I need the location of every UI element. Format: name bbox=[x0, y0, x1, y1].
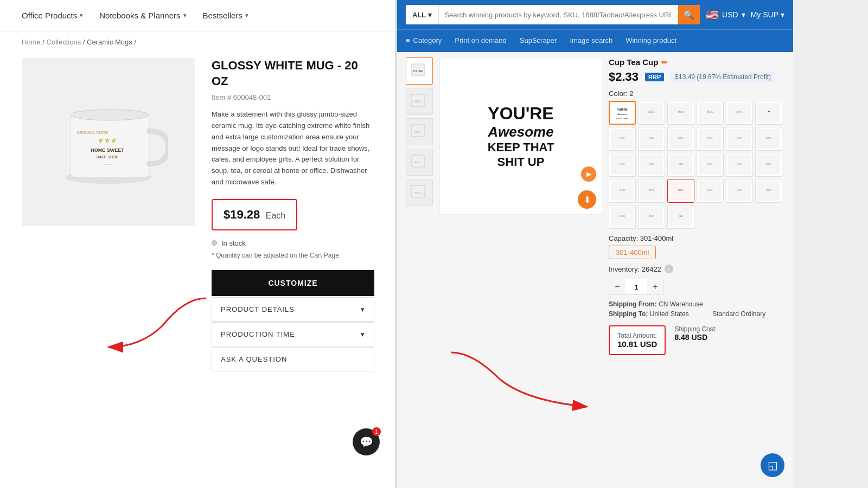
color-swatch-9[interactable]: MUG bbox=[667, 127, 694, 151]
color-swatch-7[interactable]: MUG bbox=[609, 127, 636, 151]
stock-dot bbox=[212, 240, 217, 246]
color-swatch-26[interactable]: BEST bbox=[638, 205, 665, 229]
ask-question-accordion[interactable]: ASK A QUESTION bbox=[212, 347, 374, 371]
color-swatch-17[interactable]: MUG bbox=[726, 153, 753, 177]
ext-play-button[interactable]: ▶ bbox=[581, 166, 596, 182]
ext-product-wrap: YOU'RE MUG MUG MUG2 MUG3 YOU'RE bbox=[397, 52, 793, 361]
svg-text:MUG: MUG bbox=[707, 137, 712, 139]
color-swatch-15[interactable]: DAD bbox=[667, 153, 694, 177]
shipping-to-row: Shipping To: United States Standard Ordi… bbox=[609, 310, 784, 318]
color-swatch-1[interactable]: YOU'REAwesomeKEEP THAT bbox=[609, 101, 636, 125]
color-swatch-20[interactable]: BEST bbox=[638, 179, 665, 203]
color-swatch-24[interactable]: MUG bbox=[755, 179, 782, 203]
color-swatch-10[interactable]: MUG bbox=[697, 127, 724, 151]
product-details-chevron: ▾ bbox=[361, 305, 365, 313]
color-swatch-18[interactable]: MUG bbox=[755, 153, 782, 177]
breadcrumb-collections[interactable]: Collections bbox=[47, 38, 81, 46]
ext-search-button[interactable]: 🔍 bbox=[678, 5, 700, 24]
ext-mysup-menu[interactable]: My SUP ▾ bbox=[751, 10, 784, 19]
page-wrapper: Office Products ▾ Notebooks & Planners ▾… bbox=[0, 0, 868, 488]
ext-thumb-4[interactable]: MUG2 bbox=[406, 149, 433, 176]
product-price: $19.28 bbox=[224, 208, 260, 221]
ext-thumb-3[interactable]: MUG bbox=[406, 118, 433, 145]
ext-thumb-2[interactable]: MUG bbox=[406, 88, 433, 115]
svg-text:KEEP THAT: KEEP THAT bbox=[616, 117, 628, 120]
edit-icon[interactable]: ✏ bbox=[661, 58, 668, 67]
customize-button[interactable]: CUSTOMIZE bbox=[212, 270, 374, 296]
capacity-tag[interactable]: 301-400ml bbox=[609, 246, 656, 259]
ext-search-all-dropdown[interactable]: ALL ▾ bbox=[406, 5, 439, 24]
ext-nav-image-search[interactable]: Image search bbox=[570, 36, 612, 46]
color-swatch-2[interactable]: MUG bbox=[638, 101, 665, 125]
ext-main-img-text: YOU'RE Awesome KEEP THAT SHIT UP bbox=[488, 103, 554, 169]
svg-text:BEST: BEST bbox=[649, 215, 655, 217]
ext-nav-supscraper[interactable]: SupScraper bbox=[520, 36, 557, 46]
production-time-accordion[interactable]: PRODUCTION TIME ▾ bbox=[212, 322, 374, 346]
color-swatch-22[interactable]: MUG bbox=[697, 179, 724, 203]
qty-increase-button[interactable]: + bbox=[647, 279, 663, 294]
ext-nav-category[interactable]: ≡ Category bbox=[406, 36, 442, 46]
total-row: Total Amount: 10.81 USD Shipping Cost: 8… bbox=[609, 322, 784, 355]
svg-text:MUG: MUG bbox=[620, 137, 624, 139]
nav-bestsellers-label: Bestsellers bbox=[203, 11, 242, 20]
shipping-from-label: Shipping From: bbox=[609, 300, 657, 308]
color-swatch-23[interactable]: MUG bbox=[726, 179, 753, 203]
chat-badge: 1 bbox=[372, 427, 381, 436]
color-swatch-14[interactable]: MUG bbox=[638, 153, 665, 177]
nav-item-bestsellers[interactable]: Bestsellers ▾ bbox=[203, 11, 248, 20]
nav-office-label: Office Products bbox=[22, 11, 77, 20]
ext-search-input[interactable] bbox=[439, 11, 678, 19]
svg-text:❤: ❤ bbox=[768, 110, 770, 113]
rrp-value: $13.49 (19.87% Estimated Profit) bbox=[671, 72, 775, 82]
qty-decrease-button[interactable]: − bbox=[609, 279, 626, 294]
color-swatch-8[interactable]: MOM bbox=[638, 127, 665, 151]
color-swatch-27[interactable]: DAD bbox=[667, 205, 694, 229]
ext-usd-selector[interactable]: 🇺🇸 USD ▾ bbox=[705, 8, 745, 21]
color-swatch-21[interactable]: MUG bbox=[667, 179, 694, 203]
ext-download-button[interactable]: ⬇ bbox=[578, 190, 596, 209]
color-swatch-16[interactable]: MUG bbox=[697, 153, 724, 177]
svg-text:MUG: MUG bbox=[648, 110, 655, 113]
ext-nav-winning-product[interactable]: Winning product bbox=[626, 36, 676, 46]
ext-thumb-1[interactable]: YOU'RE bbox=[406, 57, 433, 85]
mysup-label: My SUP bbox=[751, 10, 778, 19]
ext-search-wrap: ALL ▾ 🔍 bbox=[406, 5, 700, 24]
svg-text:MUG: MUG bbox=[737, 189, 742, 191]
ext-chat-button[interactable]: ◱ bbox=[761, 453, 784, 477]
product-details-accordion[interactable]: PRODUCT DETAILS ▾ bbox=[212, 297, 374, 322]
svg-text:DAD: DAD bbox=[679, 163, 684, 165]
color-swatch-4[interactable]: MUG bbox=[697, 101, 724, 125]
search-icon: 🔍 bbox=[684, 10, 694, 20]
info-icon[interactable]: i bbox=[665, 265, 673, 273]
product-area: ORIGINAL TASTE 🌾 🌾 🌾 HOME SWEET BAKE SHO… bbox=[0, 53, 396, 377]
mug-text-line4: SHIT UP bbox=[488, 155, 554, 169]
svg-text:Awesome: Awesome bbox=[617, 113, 627, 115]
product-image-main: ORIGINAL TASTE 🌾 🌾 🌾 HOME SWEET BAKE SHO… bbox=[22, 58, 195, 226]
shipping-from-row: Shipping From: CN Warehouse bbox=[609, 300, 784, 308]
nav-item-office[interactable]: Office Products ▾ bbox=[22, 11, 83, 20]
breadcrumb-home[interactable]: Home bbox=[22, 38, 41, 46]
usd-label: USD bbox=[722, 10, 738, 19]
nav-office-chevron: ▾ bbox=[80, 12, 83, 19]
product-details-label: PRODUCT DETAILS bbox=[221, 305, 295, 313]
chat-bubble[interactable]: 💬 1 bbox=[353, 428, 380, 455]
color-swatch-19[interactable]: MOM bbox=[609, 179, 636, 203]
color-swatch-6[interactable]: ❤ bbox=[755, 101, 782, 125]
ext-nav-print[interactable]: Print on demand bbox=[455, 36, 506, 46]
svg-text:HOME SWEET: HOME SWEET bbox=[91, 147, 124, 153]
color-swatch-12[interactable]: MUG bbox=[755, 127, 782, 151]
total-box: Total Amount: 10.81 USD bbox=[609, 325, 666, 355]
qty-control: − 1 + bbox=[609, 279, 664, 295]
color-swatch-11[interactable]: MUG bbox=[726, 127, 753, 151]
nav-item-notebooks[interactable]: Notebooks & Planners ▾ bbox=[99, 11, 186, 20]
color-swatch-13[interactable]: MUG bbox=[609, 153, 636, 177]
color-swatch-3[interactable]: MOM bbox=[667, 101, 694, 125]
svg-point-2 bbox=[71, 110, 149, 120]
svg-text:BOSS: BOSS bbox=[736, 111, 742, 113]
color-swatch-25[interactable]: MOM bbox=[609, 205, 636, 229]
color-swatch-5[interactable]: BOSS bbox=[726, 101, 753, 125]
ext-thumb-5[interactable]: MUG3 bbox=[406, 179, 433, 206]
svg-text:MUG: MUG bbox=[678, 137, 683, 139]
svg-text:~~ ~~: ~~ ~~ bbox=[103, 163, 112, 166]
ask-question-label: ASK A QUESTION bbox=[221, 355, 287, 363]
